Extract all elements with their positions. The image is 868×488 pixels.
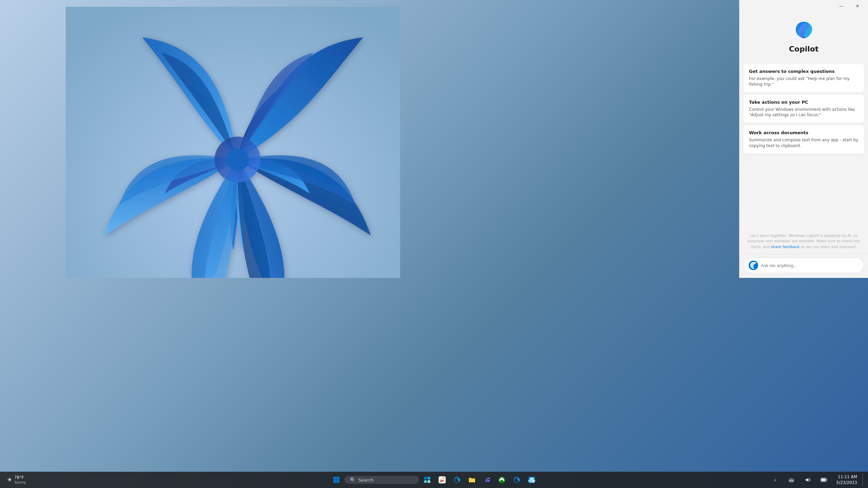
copilot-card-1-desc: For example, you could ask "Help me plan… — [749, 76, 859, 87]
copilot-card-2: Take actions on your PC Control your Win… — [744, 95, 864, 123]
system-clock[interactable]: 11:11 AM 5/23/2023 — [833, 473, 860, 487]
svg-rect-5 — [337, 477, 340, 480]
share-feedback-link[interactable]: share feedback — [771, 245, 800, 249]
svg-rect-7 — [337, 480, 340, 483]
store-icon: STORE — [528, 476, 535, 484]
desktop — [0, 0, 868, 488]
edge2-icon — [513, 476, 520, 484]
copilot-avatar-small-icon — [749, 261, 758, 270]
network-icon — [789, 477, 794, 483]
svg-rect-8 — [424, 477, 427, 480]
svg-point-17 — [488, 478, 490, 480]
widgets-button[interactable] — [420, 473, 434, 487]
sound-icon — [805, 477, 810, 483]
svg-point-2 — [226, 148, 249, 171]
copilot-card-1-title: Get answers to complex questions — [749, 69, 859, 74]
svg-rect-11 — [428, 480, 430, 483]
xbox-icon — [498, 476, 506, 484]
taskbar-app-files[interactable] — [465, 473, 479, 487]
svg-rect-24 — [827, 479, 827, 481]
sound-button[interactable] — [801, 473, 814, 487]
svg-point-16 — [486, 478, 488, 480]
battery-button[interactable] — [817, 473, 831, 487]
taskbar-center: 🔍 Search — [330, 473, 538, 487]
svg-rect-6 — [333, 480, 336, 483]
teams-icon — [483, 476, 491, 484]
svg-point-13 — [443, 477, 445, 479]
disclaimer-suffix: so we can learn and improve! — [801, 245, 856, 249]
widgets-icon — [423, 476, 431, 484]
svg-rect-14 — [470, 480, 474, 480]
taskbar-right: ∧ — [768, 473, 864, 487]
battery-icon — [821, 478, 827, 482]
copilot-card-3: Work across documents Summarize and comp… — [744, 125, 864, 154]
edge-icon — [453, 476, 461, 484]
copilot-disclaimer: Let's learn together. Windows copilot is… — [739, 229, 868, 254]
search-label: Search — [358, 477, 374, 483]
search-bar[interactable]: 🔍 Search — [344, 476, 419, 484]
svg-rect-10 — [424, 480, 427, 483]
paint-icon — [438, 476, 446, 484]
minimize-button[interactable]: — — [833, 1, 849, 12]
weather-icon: ☀️ — [7, 476, 12, 483]
close-button[interactable]: ✕ — [850, 1, 865, 12]
copilot-chat-input[interactable] — [761, 263, 859, 268]
search-icon: 🔍 — [350, 477, 356, 483]
svg-point-22 — [791, 482, 792, 483]
file-explorer-icon — [468, 476, 476, 484]
start-button[interactable] — [330, 473, 343, 487]
taskbar-app-paint[interactable] — [435, 473, 449, 487]
svg-rect-25 — [821, 479, 826, 481]
svg-text:STORE: STORE — [528, 480, 535, 482]
bloom-wallpaper — [0, 0, 400, 278]
weather-condition: Sunny — [14, 480, 26, 485]
svg-rect-9 — [428, 477, 430, 480]
taskbar-app-edge2[interactable] — [510, 473, 524, 487]
copilot-card-3-desc: Summarize and compose text from any app … — [749, 137, 859, 149]
copilot-header: Copilot — [739, 12, 868, 61]
copilot-input-row[interactable] — [744, 258, 864, 273]
weather-temp: 78°F — [14, 475, 26, 480]
svg-rect-4 — [333, 477, 336, 480]
taskbar-app-teams[interactable] — [480, 473, 494, 487]
copilot-title: Copilot — [789, 45, 819, 53]
copilot-card-2-title: Take actions on your PC — [749, 100, 859, 105]
taskbar-left: ☀️ 78°F Sunny — [4, 474, 58, 486]
taskbar-app-edge[interactable] — [450, 473, 464, 487]
show-hidden-icons-button[interactable]: ∧ — [768, 473, 782, 487]
copilot-panel: — ✕ Copilot — [739, 0, 868, 278]
copilot-input-area — [739, 254, 868, 278]
svg-rect-15 — [470, 481, 473, 481]
weather-widget[interactable]: ☀️ 78°F Sunny — [4, 474, 29, 486]
taskbar-app-xbox[interactable] — [495, 473, 509, 487]
copilot-cards: Get answers to complex questions For exa… — [739, 61, 868, 229]
clock-time: 11:11 AM — [838, 474, 857, 480]
copilot-titlebar: — ✕ — [739, 0, 868, 12]
copilot-card-1: Get answers to complex questions For exa… — [744, 64, 864, 92]
bloom-svg — [51, 7, 400, 278]
copilot-card-3-title: Work across documents — [749, 130, 859, 135]
weather-text: 78°F Sunny — [14, 475, 26, 485]
show-desktop-button[interactable] — [863, 473, 864, 487]
network-button[interactable] — [785, 473, 798, 487]
copilot-card-2-desc: Control your Windows environment with ac… — [749, 107, 859, 118]
windows-logo-icon — [333, 476, 340, 483]
clock-date: 5/23/2023 — [836, 480, 857, 486]
taskbar-app-store[interactable]: STORE — [525, 473, 538, 487]
taskbar: ☀️ 78°F Sunny 🔍 Search — [0, 472, 868, 488]
copilot-logo-icon — [793, 19, 815, 41]
